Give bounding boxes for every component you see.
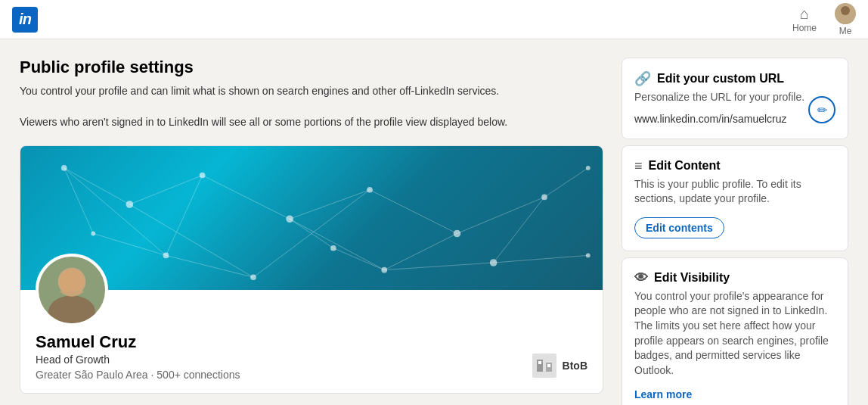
navbar: in ⌂ Home Me (0, 0, 868, 39)
svg-line-9 (64, 168, 166, 256)
visibility-description: You control your profile's appearance fo… (634, 289, 835, 379)
svg-point-41 (60, 269, 85, 294)
svg-point-0 (841, 6, 850, 15)
edit-content-section: ≡ Edit Content This is your public profi… (622, 145, 848, 251)
svg-line-2 (64, 168, 130, 204)
svg-point-29 (541, 195, 547, 201)
me-nav-item[interactable]: Me (835, 3, 856, 36)
page-title: Public profile settings (20, 58, 603, 77)
page-description-2: Viewers who aren't signed in to LinkedIn… (20, 114, 594, 130)
main-content: Public profile settings You control your… (20, 58, 603, 405)
profile-avatar (36, 254, 108, 326)
page-container: Public profile settings You control your… (8, 39, 860, 405)
page-description-1: You control your profile and can limit w… (20, 83, 594, 99)
svg-point-36 (330, 245, 336, 251)
profile-name: Samuel Cruz (36, 332, 587, 352)
profile-location: Greater São Paulo Area · 500+ connection… (36, 369, 587, 381)
svg-point-1 (838, 17, 853, 24)
svg-line-17 (494, 197, 544, 263)
svg-point-30 (586, 166, 591, 170)
svg-point-23 (61, 165, 67, 171)
company-logo (532, 354, 556, 378)
svg-line-4 (203, 176, 290, 220)
svg-rect-46 (547, 364, 550, 367)
svg-line-5 (290, 190, 370, 220)
svg-line-6 (370, 190, 457, 234)
me-label: Me (839, 26, 852, 36)
eye-icon: 👁 (634, 270, 648, 286)
svg-line-8 (544, 168, 588, 198)
avatar (835, 3, 856, 24)
svg-point-27 (367, 187, 373, 193)
svg-line-18 (93, 234, 166, 256)
edit-url-button[interactable]: ✏ (808, 96, 835, 123)
svg-point-24 (126, 201, 134, 208)
profile-bottom: Samuel Cruz Head of Growth Greater São P… (20, 254, 603, 393)
linkedin-logo[interactable]: in (12, 7, 38, 33)
svg-line-7 (457, 197, 545, 233)
link-icon: 🔗 (634, 70, 651, 87)
home-nav-item[interactable]: ⌂ Home (792, 6, 817, 33)
svg-rect-45 (538, 361, 541, 364)
svg-point-26 (286, 215, 293, 223)
edit-content-title: ≡ Edit Content (634, 158, 835, 174)
sidebar: 🔗 Edit your custom URL Personalize the U… (622, 58, 848, 405)
profile-card: Samuel Cruz Head of Growth Greater São P… (20, 145, 603, 394)
list-icon: ≡ (634, 158, 643, 174)
edit-url-title: 🔗 Edit your custom URL (634, 70, 835, 87)
navbar-right: ⌂ Home Me (792, 3, 856, 36)
navbar-left: in (12, 7, 38, 33)
home-icon: ⌂ (800, 6, 809, 21)
pencil-icon: ✏ (817, 103, 827, 117)
svg-point-28 (454, 230, 461, 238)
svg-line-19 (64, 168, 94, 234)
edit-visibility-section: 👁 Edit Visibility You control your profi… (622, 257, 848, 405)
content-description: This is your public profile. To edit its… (634, 177, 835, 207)
svg-point-35 (91, 232, 95, 236)
profile-headline: Head of Growth (36, 354, 587, 366)
learn-more-link[interactable]: Learn more (634, 388, 692, 400)
svg-point-25 (200, 173, 206, 179)
profile-company: BtoB (532, 354, 587, 378)
company-name: BtoB (563, 360, 587, 372)
url-description: Personalize the URL for your profile. (634, 90, 835, 105)
home-label: Home (792, 23, 817, 33)
edit-url-section: 🔗 Edit your custom URL Personalize the U… (622, 58, 848, 139)
profile-url: www.linkedin.com/in/samuelcruz (634, 113, 835, 125)
svg-line-20 (290, 219, 333, 248)
edit-contents-button[interactable]: Edit contents (634, 217, 724, 238)
edit-visibility-title: 👁 Edit Visibility (634, 270, 835, 286)
